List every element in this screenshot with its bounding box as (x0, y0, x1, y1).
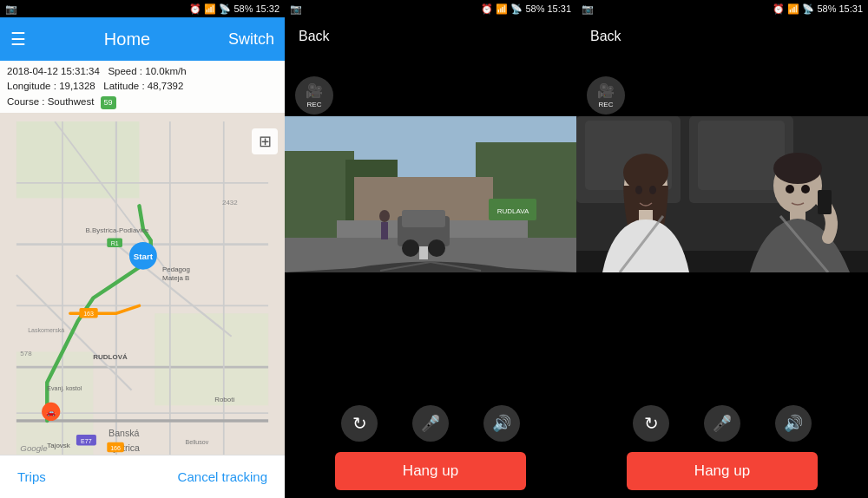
cam2-hangup-button[interactable]: Hang up (627, 452, 818, 490)
cam1-time: 15:31 (547, 3, 571, 14)
cam1-speaker-icon: 🔊 (492, 414, 511, 433)
bottom-nav: Trips Cancel tracking (0, 455, 285, 498)
cam2-mic-icon: 🎤 (713, 414, 732, 433)
cam2-video-feed (576, 116, 868, 272)
cam2-rec-label: REC (599, 101, 614, 108)
svg-text:Start: Start (134, 252, 154, 261)
svg-text:Roboti: Roboti (214, 396, 234, 403)
svg-text:🚗: 🚗 (46, 407, 56, 417)
cam2-battery: 58% (817, 3, 836, 14)
cam1-mic-icon: 🎤 (421, 414, 440, 433)
cam2-alarm-icon: ⏰ (773, 3, 785, 15)
svg-text:RUDLOVÁ: RUDLOVÁ (93, 353, 128, 361)
course-badge: 59 (101, 96, 116, 110)
cam1-camera-icon: 📷 (290, 3, 302, 15)
svg-text:B.Bystrica-Podlavice: B.Bystrica-Podlavice (86, 226, 150, 234)
cam2-speaker-button[interactable]: 🔊 (775, 405, 812, 442)
cam1-controls: ↻ 🎤 🔊 (285, 397, 576, 449)
course-value: Southwest (48, 96, 95, 107)
cancel-tracking-button[interactable]: Cancel tracking (178, 469, 267, 484)
svg-rect-51 (419, 246, 428, 259)
svg-rect-1 (16, 121, 140, 198)
svg-rect-81 (576, 116, 868, 272)
cam1-alarm-icon: ⏰ (481, 3, 493, 15)
lat-value: 48,7392 (148, 81, 184, 91)
svg-rect-57 (381, 222, 388, 239)
coords-line: Longitude : 19,1328 Latitude : 48,7392 (7, 79, 278, 94)
cam1-top-bar: Back (285, 17, 576, 56)
map-panel: 📷 ⏰ 📶 📡 58% 15:32 ☰ Home Switch 2018-04-… (0, 0, 285, 498)
cam2-mic-button[interactable]: 🎤 (704, 405, 740, 442)
svg-text:2432: 2432 (222, 199, 238, 206)
cam2-controls: ↻ 🎤 🔊 (576, 397, 868, 449)
datetime-value: 2018-04-12 15:31:34 (7, 66, 100, 76)
cam2-back-button[interactable]: Back (590, 29, 621, 44)
cam2-refresh-button[interactable]: ↻ (633, 405, 669, 442)
svg-text:Laskomerská: Laskomerská (28, 327, 64, 333)
svg-text:R1: R1 (111, 240, 119, 246)
course-line: Course : Southwest 59 (7, 95, 278, 110)
cam2-camera-icon: 📷 (582, 3, 594, 15)
cam1-bottom-black (285, 272, 576, 397)
cam1-back-button[interactable]: Back (299, 29, 330, 44)
cam1-rec-area: 🎥 REC (285, 73, 576, 116)
cam1-speaker-button[interactable]: 🔊 (483, 405, 520, 442)
cam2-top-black (576, 56, 868, 73)
cam1-mic-button[interactable]: 🎤 (412, 405, 449, 442)
svg-point-56 (379, 210, 390, 222)
cam1-refresh-button[interactable]: ↻ (341, 405, 378, 442)
cam1-signal-icon: 📡 (510, 3, 523, 15)
cam2-signal-icon: 📡 (802, 3, 814, 15)
cam2-refresh-icon: ↻ (644, 413, 659, 434)
alarm-icon: ⏰ (189, 3, 201, 15)
cam1-hangup-bar: Hang up (285, 449, 576, 498)
camera-panel-interior: 📷 ⏰ 📶 📡 58% 15:31 Back 🎥 REC (576, 0, 868, 498)
cam1-status-bar: 📷 ⏰ 📶 📡 58% 15:31 (285, 0, 576, 17)
svg-text:E77: E77 (81, 438, 92, 444)
cam1-video-icon: 🎥 (306, 82, 323, 99)
cam2-speaker-icon: 🔊 (784, 414, 803, 433)
svg-text:Bellusov: Bellusov (186, 439, 209, 445)
svg-point-55 (428, 239, 445, 257)
switch-button[interactable]: Switch (228, 30, 274, 49)
cam2-rec-area: 🎥 REC (576, 73, 868, 116)
cam1-rec-label: REC (307, 101, 322, 108)
cam1-video-feed: RUDLAVA (285, 116, 576, 272)
cam1-hangup-button[interactable]: Hang up (335, 452, 526, 490)
cam2-hangup-bar: Hang up (576, 449, 868, 498)
app-title: Home (104, 29, 150, 49)
cam1-top-black (285, 56, 576, 73)
svg-text:Google: Google (20, 443, 48, 453)
cam2-rec-button[interactable]: 🎥 REC (587, 76, 625, 115)
cam1-rec-button[interactable]: 🎥 REC (295, 76, 333, 115)
svg-text:166: 166 (110, 445, 121, 451)
svg-text:163: 163 (83, 311, 94, 317)
battery-text: 58% (233, 3, 253, 14)
svg-text:578: 578 (20, 350, 32, 357)
cam2-video-icon: 🎥 (597, 82, 615, 99)
map-status-icons: ⏰ 📶 📡 58% 15:32 (189, 3, 279, 15)
map-time: 15:32 (255, 3, 279, 14)
map-layer-icon[interactable]: ⊞ (252, 128, 278, 154)
lat-label: Latitude : (103, 81, 144, 91)
cam1-wifi-icon: 📶 (496, 3, 508, 15)
speed-value: 10.0km/h (145, 66, 186, 76)
trips-button[interactable]: Trips (17, 469, 46, 484)
speed-label: Speed : (108, 66, 142, 76)
camera-panel-front: 📷 ⏰ 📶 📡 58% 15:31 Back 🎥 REC (285, 0, 576, 498)
map-camera-icon: 📷 (5, 3, 17, 15)
lon-label: Longitude : (7, 81, 56, 91)
cam2-time: 15:31 (838, 3, 863, 14)
svg-text:Tajovsk: Tajovsk (47, 442, 70, 449)
menu-icon[interactable]: ☰ (10, 29, 26, 49)
datetime-line: 2018-04-12 15:31:34 Speed : 10.0km/h (7, 64, 278, 79)
svg-rect-2 (155, 313, 268, 405)
cam2-wifi-icon: 📶 (787, 3, 799, 15)
location-info: 2018-04-12 15:31:34 Speed : 10.0km/h Lon… (0, 61, 285, 113)
svg-point-54 (402, 239, 419, 257)
cam1-battery: 58% (525, 3, 544, 14)
map-view[interactable]: R1 163 Start 🚗 B.Bystrica-Podlavice Lask… (0, 121, 285, 455)
svg-text:RUDLAVA: RUDLAVA (497, 207, 529, 215)
svg-text:Banská: Banská (108, 428, 139, 438)
lon-value: 19,1328 (59, 81, 95, 91)
